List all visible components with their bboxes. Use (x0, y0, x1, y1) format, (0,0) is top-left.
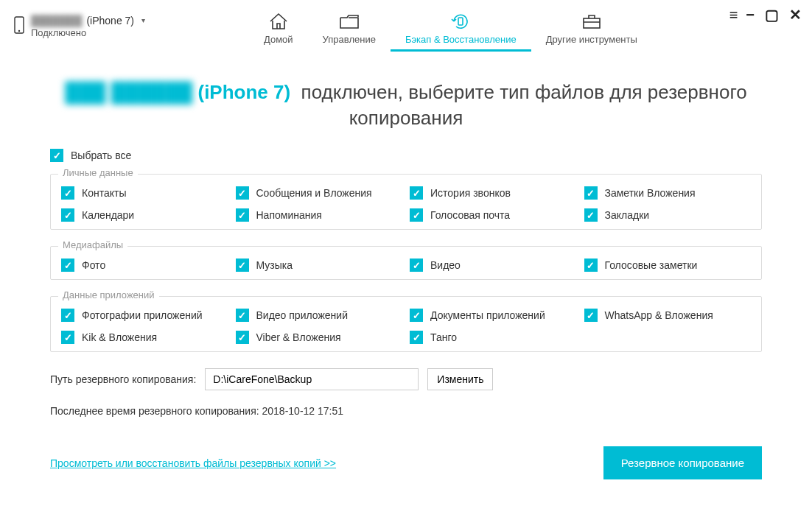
backup-path-input[interactable] (205, 368, 419, 390)
main-nav: Домой Управление Бэкап & Восстановление … (249, 4, 652, 52)
checkbox[interactable] (584, 258, 598, 272)
check-item-label: Видео (430, 259, 461, 271)
headline-name-hidden: ███ ██████ (65, 81, 192, 103)
nav-backup-label: Бэкап & Восстановление (405, 34, 517, 45)
checkbox[interactable] (61, 208, 74, 222)
minimize-button[interactable]: − (746, 7, 755, 22)
check-item[interactable]: Напоминания (236, 208, 403, 222)
checkbox[interactable] (410, 186, 423, 200)
nav-tools-label: Другие инструменты (546, 34, 637, 45)
top-bar: ███████ (iPhone 7) ▾ Подключено Домой Уп… (0, 0, 812, 57)
device-status: Подключено (31, 27, 145, 39)
checkbox[interactable] (236, 208, 249, 222)
check-item[interactable]: Голосовые заметки (584, 258, 752, 272)
check-item-label: Музыка (256, 259, 293, 271)
checkbox[interactable] (61, 331, 74, 344)
check-item[interactable]: Документы приложений (410, 309, 577, 322)
nav-home[interactable]: Домой (249, 4, 308, 52)
check-item[interactable]: Видео приложений (236, 309, 403, 322)
group-personal: Личные данные КонтактыСообщения и Вложен… (50, 174, 762, 230)
headline: ███ ██████ (iPhone 7) подключен, выберит… (0, 80, 812, 131)
select-all[interactable]: Выбрать все (50, 149, 762, 162)
checkbox[interactable] (410, 258, 423, 272)
check-item[interactable]: Календари (61, 208, 228, 222)
headline-text1: подключен, выберите тип файлов для резер… (301, 81, 747, 103)
last-backup-value: 2018-10-12 17:51 (262, 405, 344, 417)
checkbox[interactable] (236, 331, 249, 344)
group-personal-title: Личные данные (58, 167, 138, 178)
checkbox[interactable] (410, 331, 423, 344)
nav-home-label: Домой (264, 34, 293, 45)
check-item[interactable]: Танго (410, 331, 577, 344)
checkbox[interactable] (61, 258, 74, 272)
checkbox[interactable] (584, 208, 598, 222)
last-backup-label: Последнее время резервного копирования: (50, 405, 259, 417)
change-path-button[interactable]: Изменить (427, 368, 493, 390)
group-personal-grid: КонтактыСообщения и ВложенияИстория звон… (61, 186, 751, 222)
checkbox[interactable] (410, 309, 423, 322)
check-item[interactable]: История звонков (410, 186, 577, 200)
check-item[interactable]: Закладки (584, 208, 752, 222)
check-item-label: WhatsApp & Вложения (605, 309, 713, 321)
group-apps: Данные приложений Фотографии приложенийВ… (50, 296, 762, 352)
checkbox[interactable] (236, 258, 249, 272)
checkbox[interactable] (61, 186, 74, 200)
checkbox[interactable] (61, 309, 74, 322)
check-item[interactable]: Музыка (236, 258, 403, 272)
check-item[interactable]: Контакты (61, 186, 228, 200)
checkbox[interactable] (584, 309, 598, 322)
folder-icon (338, 10, 360, 32)
svg-rect-3 (584, 18, 600, 28)
select-all-checkbox[interactable] (50, 149, 63, 162)
check-item-label: Контакты (82, 187, 126, 199)
nav-manage[interactable]: Управление (308, 4, 391, 52)
maximize-button[interactable]: ▢ (765, 7, 779, 22)
check-item[interactable]: Kik & Вложения (61, 331, 228, 344)
device-text: ███████ (iPhone 7) ▾ Подключено (31, 15, 145, 38)
phone-icon (13, 16, 25, 37)
check-item[interactable]: Заметки Вложения (584, 186, 752, 200)
check-item[interactable]: Голосовая почта (410, 208, 577, 222)
checkbox[interactable] (584, 186, 598, 200)
check-item-label: Танго (430, 331, 457, 343)
backup-path-label: Путь резервного копирования: (50, 373, 196, 385)
check-item[interactable]: WhatsApp & Вложения (584, 309, 752, 322)
close-button[interactable]: ✕ (789, 7, 802, 22)
check-item-label: Видео приложений (256, 309, 348, 321)
content: Выбрать все Личные данные КонтактыСообще… (0, 131, 812, 479)
check-item-label: История звонков (430, 187, 511, 199)
select-all-label: Выбрать все (71, 150, 131, 161)
check-item-label: Закладки (605, 209, 650, 221)
view-restore-link[interactable]: Просмотреть или восстановить файлы резер… (50, 457, 336, 469)
last-backup: Последнее время резервного копирования: … (50, 405, 762, 417)
device-block[interactable]: ███████ (iPhone 7) ▾ Подключено (13, 15, 161, 38)
check-item-label: Документы приложений (430, 309, 545, 321)
svg-rect-2 (458, 18, 463, 25)
check-item[interactable]: Фото (61, 258, 228, 272)
device-model: (iPhone 7) (86, 15, 134, 27)
menu-icon[interactable]: ≡ (729, 7, 736, 22)
nav-tools[interactable]: Другие инструменты (531, 4, 652, 52)
check-item[interactable]: Сообщения и Вложения (236, 186, 403, 200)
checkbox[interactable] (236, 309, 249, 322)
backup-button[interactable]: Резервное копирование (603, 446, 762, 479)
headline-model: (iPhone 7) (197, 81, 290, 103)
check-item-label: Заметки Вложения (605, 187, 696, 199)
check-item[interactable]: Фотографии приложений (61, 309, 228, 322)
checkbox[interactable] (410, 208, 423, 222)
group-media-grid: ФотоМузыкаВидеоГолосовые заметки (61, 258, 751, 272)
nav-backup[interactable]: Бэкап & Восстановление (391, 4, 531, 52)
check-item[interactable]: Видео (410, 258, 577, 272)
toolbox-icon (581, 10, 603, 32)
checkbox[interactable] (236, 186, 249, 200)
home-icon (267, 10, 290, 32)
group-apps-grid: Фотографии приложенийВидео приложенийДок… (61, 309, 751, 344)
check-item[interactable]: Viber & Вложения (236, 331, 403, 344)
check-item-label: Голосовые заметки (605, 259, 698, 271)
device-name-hidden: ███████ (31, 15, 82, 27)
backup-restore-icon (449, 10, 472, 32)
headline-text2: копирования (349, 107, 463, 129)
chevron-down-icon[interactable]: ▾ (141, 16, 145, 25)
check-item-label: Viber & Вложения (256, 331, 341, 343)
check-item-label: Напоминания (256, 209, 322, 221)
